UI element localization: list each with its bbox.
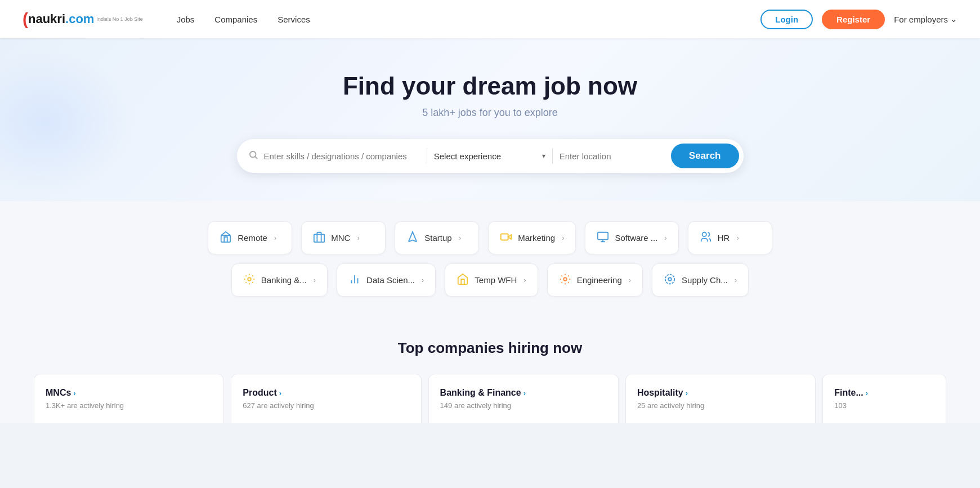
- svg-rect-2: [221, 235, 231, 242]
- category-icon: [313, 231, 325, 245]
- company-card-arrow-icon: ›: [279, 389, 281, 397]
- category-label: HR: [718, 233, 730, 243]
- company-card-title: Hospitality ›: [637, 388, 804, 398]
- company-card-hospitality[interactable]: Hospitality › 25 are actively hiring: [625, 374, 816, 423]
- search-bar: Select experience Fresher 1 year 2 years…: [237, 139, 744, 173]
- company-card-arrow-icon: ›: [73, 389, 75, 397]
- logo-dotcom-text: .com: [65, 12, 94, 26]
- category-label: Supply Ch...: [682, 275, 728, 285]
- company-card-title: Product ›: [243, 388, 409, 398]
- companies-cards: MNCs › 1.3K+ are actively hiring Product…: [34, 374, 946, 423]
- register-button[interactable]: Register: [822, 10, 885, 29]
- category-icon: [500, 231, 512, 245]
- category-label: Data Scien...: [366, 275, 415, 285]
- category-chip-remote[interactable]: Remote ›: [208, 221, 292, 254]
- category-chip-hr[interactable]: HR ›: [688, 221, 772, 254]
- svg-point-6: [702, 232, 706, 236]
- company-card-finte-[interactable]: Finte... › 103: [822, 374, 946, 423]
- search-icon: [248, 150, 258, 163]
- category-chip-engineering[interactable]: Engineering ›: [547, 263, 643, 297]
- section-title: Top companies hiring now: [34, 339, 946, 357]
- company-card-banking-finance[interactable]: Banking & Finance › 149 are actively hir…: [428, 374, 619, 423]
- category-label: Banking &...: [261, 275, 307, 285]
- nav-link-jobs[interactable]: Jobs: [177, 15, 195, 24]
- company-card-arrow-icon: ›: [523, 389, 526, 397]
- category-chip-startup[interactable]: Startup ›: [395, 221, 479, 254]
- svg-point-7: [248, 277, 251, 281]
- company-card-arrow-icon: ›: [686, 389, 688, 397]
- company-card-subtitle: 149 are actively hiring: [440, 401, 607, 410]
- svg-rect-4: [501, 234, 508, 240]
- nav-link-services[interactable]: Services: [278, 15, 310, 24]
- category-chip-marketing[interactable]: Marketing ›: [488, 221, 576, 254]
- category-arrow-icon: ›: [664, 234, 666, 242]
- company-card-subtitle: 25 are actively hiring: [637, 401, 804, 410]
- category-icon: [457, 273, 469, 287]
- category-chip-temp-wfh[interactable]: Temp WFH ›: [445, 263, 538, 297]
- category-row-1: Remote › MNC › Startup › Marketing › Sof…: [34, 221, 946, 254]
- category-label: MNC: [331, 233, 350, 243]
- category-arrow-icon: ›: [459, 234, 461, 242]
- company-card-product[interactable]: Product › 627 are actively hiring: [231, 374, 421, 423]
- experience-chevron-icon: ▾: [542, 152, 545, 160]
- experience-select[interactable]: Select experience Fresher 1 year 2 years…: [434, 151, 540, 161]
- nav-actions: Login Register For employers ⌄: [760, 10, 957, 29]
- category-arrow-icon: ›: [422, 276, 424, 284]
- hero-title: Find your dream job now: [11, 72, 969, 100]
- category-chip-supply-chain[interactable]: Supply Ch... ›: [652, 263, 749, 297]
- company-card-arrow-icon: ›: [866, 389, 868, 397]
- category-icon: [597, 231, 609, 245]
- category-chip-software[interactable]: Software ... ›: [585, 221, 678, 254]
- category-label: Marketing: [518, 233, 555, 243]
- experience-select-wrap[interactable]: Select experience Fresher 1 year 2 years…: [434, 151, 545, 161]
- skills-input[interactable]: [264, 151, 420, 161]
- category-chip-data-science[interactable]: Data Scien... ›: [337, 263, 436, 297]
- category-arrow-icon: ›: [314, 276, 316, 284]
- for-employers-menu[interactable]: For employers ⌄: [894, 14, 957, 24]
- company-card-title: MNCs ›: [46, 388, 212, 398]
- categories-section: Remote › MNC › Startup › Marketing › Sof…: [0, 201, 980, 317]
- category-arrow-icon: ›: [357, 234, 359, 242]
- category-icon: [406, 231, 419, 245]
- hero-section: Find your dream job now 5 lakh+ jobs for…: [0, 38, 980, 201]
- chevron-down-icon: ⌄: [950, 14, 957, 24]
- logo[interactable]: ( naukri .com India's No 1 Job Site: [23, 10, 143, 29]
- search-divider-1: [427, 148, 427, 164]
- category-icon: [243, 273, 256, 287]
- for-employers-label: For employers: [894, 15, 948, 24]
- category-label: Remote: [238, 233, 267, 243]
- category-icon: [700, 231, 712, 245]
- category-arrow-icon: ›: [629, 276, 631, 284]
- category-arrow-icon: ›: [735, 276, 737, 284]
- hero-subtitle: 5 lakh+ jobs for you to explore: [11, 107, 969, 119]
- svg-rect-5: [598, 232, 608, 240]
- svg-line-1: [255, 156, 257, 158]
- search-button[interactable]: Search: [671, 144, 739, 168]
- company-card-subtitle: 103: [834, 401, 934, 410]
- category-arrow-icon: ›: [562, 234, 564, 242]
- category-chip-banking-&-finance[interactable]: Banking &... ›: [231, 263, 328, 297]
- svg-rect-3: [314, 234, 324, 242]
- nav-link-companies[interactable]: Companies: [214, 15, 257, 24]
- category-arrow-icon: ›: [523, 276, 526, 284]
- location-input[interactable]: [560, 151, 671, 161]
- svg-point-11: [563, 277, 567, 281]
- category-label: Startup: [424, 233, 451, 243]
- category-arrow-icon: ›: [274, 234, 276, 242]
- category-icon: [220, 231, 232, 245]
- login-button[interactable]: Login: [760, 10, 813, 29]
- company-card-subtitle: 627 are actively hiring: [243, 401, 409, 410]
- company-card-title: Banking & Finance ›: [440, 388, 607, 398]
- category-chip-mnc[interactable]: MNC ›: [301, 221, 386, 254]
- svg-point-13: [665, 275, 675, 284]
- company-card-mncs[interactable]: MNCs › 1.3K+ are actively hiring: [34, 374, 224, 423]
- navbar: ( naukri .com India's No 1 Job Site Jobs…: [0, 0, 980, 38]
- logo-bracket: (: [23, 10, 28, 29]
- category-arrow-icon: ›: [736, 234, 739, 242]
- company-card-title: Finte... ›: [834, 388, 934, 398]
- category-icon: [559, 273, 571, 287]
- logo-naukri-text: naukri: [28, 12, 65, 26]
- top-companies-section: Top companies hiring now MNCs › 1.3K+ ar…: [0, 317, 980, 423]
- search-divider-2: [552, 148, 553, 164]
- category-label: Temp WFH: [475, 275, 517, 285]
